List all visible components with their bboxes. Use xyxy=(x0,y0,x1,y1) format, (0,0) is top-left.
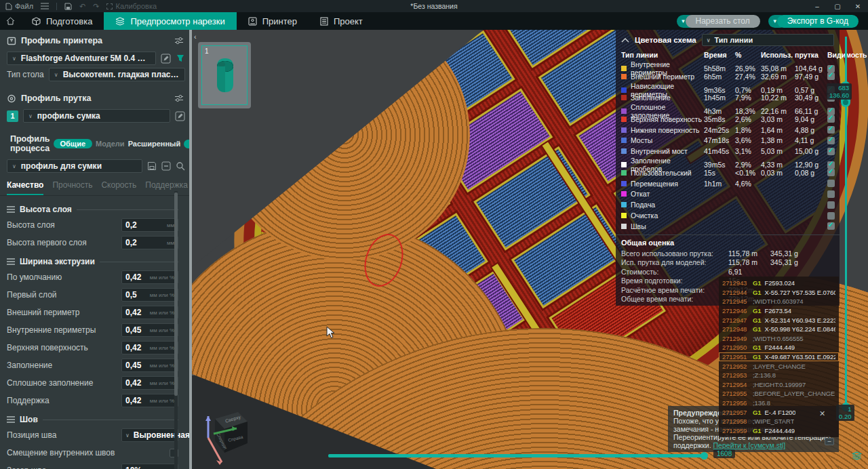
close-icon[interactable]: ✕ xyxy=(819,409,825,418)
visibility-checkbox[interactable] xyxy=(827,73,835,80)
legend-row: Заполнение1h45m7,9%10,22 m30,49 g xyxy=(616,92,840,103)
redo-icon[interactable]: ↷ xyxy=(93,2,99,11)
window-maximize-button[interactable]: ▢ xyxy=(827,0,848,12)
visibility-checkbox[interactable] xyxy=(827,201,835,209)
process-tab-Прочность[interactable]: Прочность xyxy=(52,180,92,195)
gcode-line[interactable]: 2712943G1F2593.024 xyxy=(719,279,839,288)
gcode-line[interactable]: 2712954;HEIGHT:0.199997 xyxy=(719,380,839,390)
gcode-line[interactable]: 2712956;136.8 xyxy=(719,399,839,408)
bed-type-select[interactable]: ∨ Высокотемп. гладкая пластина xyxy=(49,68,185,81)
param-input[interactable]: 0,5мм или % xyxy=(121,288,178,302)
visibility-checkbox[interactable] xyxy=(827,190,835,198)
tune-icon[interactable] xyxy=(174,94,184,102)
color-scheme-title: Цветовая схема xyxy=(635,36,696,44)
param-value: 0,45 xyxy=(125,325,141,335)
visibility-checkbox[interactable] xyxy=(827,169,835,176)
collapse-panel-chevron-icon[interactable] xyxy=(621,37,629,43)
filament-index-badge[interactable]: 1 xyxy=(7,110,18,122)
edit-icon[interactable] xyxy=(175,111,185,121)
minimize-warning-icon[interactable]: – xyxy=(825,438,834,445)
param-input[interactable]: 0,2мм xyxy=(121,218,178,232)
param-input[interactable]: 0,45мм или % xyxy=(121,359,178,372)
process-select[interactable]: ∨ профиль для сумки xyxy=(7,159,142,173)
navigation-cube[interactable]: Сверху Справа Спереди xyxy=(199,404,253,469)
param-unit: мм или % xyxy=(148,398,174,404)
edit-icon[interactable] xyxy=(161,54,171,64)
gcode-line[interactable]: 2712947G1X-52.314 Y60.943 E.22231 xyxy=(719,315,839,325)
file-menu-button[interactable]: Файл xyxy=(5,2,33,10)
param-input[interactable]: 0,42мм или % xyxy=(121,306,178,319)
gcode-line[interactable]: 2712952;LAYER_CHANGE xyxy=(719,361,839,371)
param-input[interactable]: 0,42мм или % xyxy=(121,376,178,390)
tab-project[interactable]: Проект xyxy=(309,12,374,30)
gcode-line[interactable]: 2712953;Z:136.8 xyxy=(719,371,839,380)
visibility-checkbox[interactable] xyxy=(827,137,835,144)
undo-icon[interactable]: ↶ xyxy=(79,2,85,11)
gcode-line[interactable]: 2712948G1X-50.998 Y62.224 E.08465 xyxy=(719,325,839,334)
param-input[interactable]: 10%мм или % xyxy=(121,464,178,469)
line-type-label: Нижняя поверхность xyxy=(631,126,704,134)
sidebar-scrollbar[interactable] xyxy=(189,30,192,469)
param-input[interactable]: 0,45мм или % xyxy=(121,323,178,337)
gcode-line[interactable]: 2712959G1F2444.449 xyxy=(719,426,839,436)
process-tab-Качество[interactable]: Качество xyxy=(7,180,43,195)
gcode-line[interactable]: 2712949;WIDTH:0.656555 xyxy=(719,334,839,344)
tab-preview[interactable]: Предпросмотр нарезки xyxy=(104,12,236,30)
warning-goto-link[interactable]: Перейти к [сумсум.stl] xyxy=(713,441,786,449)
nozzle-filter-icon[interactable] xyxy=(176,54,185,63)
param-unit: мм или % xyxy=(148,363,174,369)
process-tab-Поддержка[interactable]: Поддержка xyxy=(145,180,188,195)
tab-prepare[interactable]: Подготовка xyxy=(20,12,104,30)
gcode-line-number: 2712952 xyxy=(722,363,749,370)
gcode-line[interactable]: 2712955;BEFORE_LAYER_CHANGE xyxy=(719,389,839,399)
gcode-line[interactable]: 2712944G1X-55.727 Y57.535 E.07606 xyxy=(719,288,839,298)
gcode-line-number: 2712949 xyxy=(722,335,749,342)
gcode-line[interactable]: 2712951G1X-49.687 Y63.501 E.09223 xyxy=(719,352,839,362)
param-input[interactable]: 0,2мм xyxy=(121,236,178,249)
visibility-checkbox[interactable] xyxy=(827,222,835,230)
home-button[interactable] xyxy=(0,12,20,30)
tune-icon[interactable] xyxy=(174,37,184,45)
slice-button[interactable]: Нарезать стол xyxy=(686,15,760,28)
save-profile-icon[interactable] xyxy=(147,161,157,171)
calibration-button[interactable]: Калибровка xyxy=(106,2,157,10)
gcode-command: G1 xyxy=(753,279,761,287)
plate-thumbnail-card: 1 xyxy=(198,42,251,108)
layers-mode-icon[interactable] xyxy=(852,451,862,464)
window-close-button[interactable]: ✕ xyxy=(848,0,868,12)
param-unit: мм или % xyxy=(148,327,174,333)
menu-icon[interactable] xyxy=(41,3,49,9)
scope-objects-pill[interactable]: Модели xyxy=(96,140,125,148)
plate-thumbnail[interactable]: 1 xyxy=(201,45,248,105)
move-slider-handle[interactable] xyxy=(701,452,708,460)
remove-profile-icon[interactable] xyxy=(161,161,171,171)
visibility-checkbox[interactable] xyxy=(827,180,835,187)
param-input[interactable]: 0,42мм или % xyxy=(121,341,178,354)
export-gcode-button[interactable]: Экспорт в G-код xyxy=(777,15,859,28)
view-mode-select[interactable]: ∨ Тип линии xyxy=(702,34,834,46)
param-value: 0,42 xyxy=(125,272,141,282)
search-icon[interactable] xyxy=(176,161,185,171)
gcode-line[interactable]: 2712946G1F2673.54 xyxy=(719,306,839,316)
visibility-checkbox[interactable] xyxy=(827,126,835,134)
param-input[interactable]: 0,42мм или % xyxy=(121,270,178,284)
tab-printer[interactable]: Принтер xyxy=(237,12,309,30)
line-type-time: 1h1m xyxy=(704,180,735,188)
param-input[interactable]: 0,42мм или % xyxy=(121,394,178,407)
process-tab-Скорость[interactable]: Скорость xyxy=(101,180,136,195)
visibility-checkbox[interactable] xyxy=(827,148,835,155)
save-icon[interactable] xyxy=(64,3,72,10)
params-scrollbar-thumb[interactable] xyxy=(174,192,178,396)
window-minimize-button[interactable]: – xyxy=(807,0,827,12)
visibility-checkbox[interactable] xyxy=(827,212,835,220)
gcode-line[interactable]: 2712945;WIDTH:0.603974 xyxy=(719,297,839,306)
param-value: 0,42 xyxy=(125,308,141,317)
collapse-sidebar-chevron[interactable]: ‹ xyxy=(194,33,197,41)
filament-select[interactable]: ∨ профиль сумка xyxy=(23,109,170,123)
visibility-checkbox[interactable] xyxy=(827,115,835,123)
scope-global-pill[interactable]: Общие xyxy=(54,139,93,148)
printer-select[interactable]: ∨ Flashforge Adventurer 5M 0.4 Nozzle xyxy=(7,52,156,65)
gcode-line[interactable]: 2712950G1F2444.449 xyxy=(719,343,839,352)
move-slider-track[interactable] xyxy=(328,454,703,457)
param-select[interactable]: ∨Выровненная xyxy=(121,428,178,442)
